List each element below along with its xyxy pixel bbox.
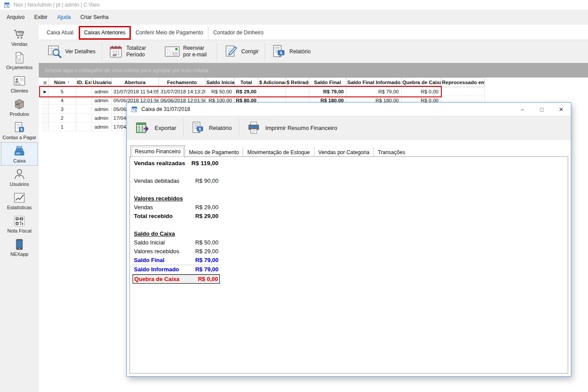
group-by-bar[interactable]: Arraste aqui o cabeçalho de uma coluna p… xyxy=(39,63,588,78)
sidebar-item-usuarios[interactable]: Usuários xyxy=(1,166,38,189)
product-box-icon xyxy=(13,98,26,111)
tab-resumo-financeiro[interactable]: Resumo Financeiro xyxy=(130,145,185,158)
sidebar-item-caixa[interactable]: Caixa xyxy=(1,142,38,166)
sidebar-item-contas-a-pagar[interactable]: $ Contas a Pagar xyxy=(1,119,38,142)
stats-chart-icon xyxy=(13,191,26,204)
svg-text:4F: 4F xyxy=(112,53,116,57)
col-saldo-final-informado[interactable]: Saldo Final Informado xyxy=(346,78,401,87)
edit-pencil-icon xyxy=(223,44,238,59)
sidebar-item-orcamentos[interactable]: Orçamentos xyxy=(1,49,38,72)
col-saldo-final[interactable]: Saldo Final xyxy=(309,78,346,87)
button-label: Reenviar por e-mail xyxy=(183,45,211,58)
report-dollar-icon: $ xyxy=(191,121,205,135)
sidebar-item-label: NEXapp xyxy=(11,251,29,257)
imprimir-resumo-financeiro-button[interactable]: Imprimir Resumo Financeiro xyxy=(240,118,343,138)
sidebar-item-nexapp[interactable]: NEXapp xyxy=(1,236,38,259)
menu-criar-senha[interactable]: Criar Senha xyxy=(75,12,113,22)
summary-row-vendas-realizadas: Vendas realizadas R$ 119,00 xyxy=(133,159,220,168)
current-row-icon: ▶ xyxy=(42,87,48,96)
col-abertura[interactable]: Abertura xyxy=(111,78,159,87)
report-dollar-icon: $ xyxy=(271,44,286,59)
close-icon[interactable]: ✕ xyxy=(551,103,571,116)
button-label: Corrigir xyxy=(241,48,259,55)
col-total[interactable]: Total xyxy=(234,78,258,87)
toolbar-separator xyxy=(265,43,265,60)
menu-ajuda[interactable]: Ajuda xyxy=(52,12,76,22)
summary-row-saldo-final: Saldo Final R$ 79,00 xyxy=(133,256,220,265)
grid-magnifier-icon xyxy=(47,44,62,59)
menu-arquivo[interactable]: Arquivo xyxy=(2,12,30,22)
col-quebra-de-caixa[interactable]: Quebra de Caixa xyxy=(401,78,441,87)
summary-row-valores-recebidos: Valores recebidos R$ 29,00 xyxy=(133,247,220,256)
sidebar-item-produtos[interactable]: Produtos xyxy=(1,96,38,119)
exportar-button[interactable]: Exportar xyxy=(130,118,182,137)
caixas-toolbar: Ver Detalhes 4F Totalizar Período Reenvi… xyxy=(39,40,588,63)
tab-caixas-anteriores[interactable]: Caixas Anteriores xyxy=(79,26,131,40)
caixa-tabstrip: Caixa Atual Caixas Anteriores Conferir M… xyxy=(42,26,268,40)
sidebar-item-label: Usuários xyxy=(10,181,29,187)
minimize-icon[interactable]: – xyxy=(513,103,532,116)
col-reprocessado-em[interactable]: Reprocessado em xyxy=(441,78,484,87)
col-id-extra[interactable]: ID. Extra xyxy=(76,78,92,87)
toolbar-separator xyxy=(217,43,217,60)
col-num[interactable]: Núm▼ xyxy=(48,78,76,87)
resumo-financeiro-panel: Vendas realizadas R$ 119,00 Vendas debit… xyxy=(129,156,568,374)
envelope-icon xyxy=(164,45,180,58)
printer-icon xyxy=(246,121,261,135)
sidebar-item-estatisticas[interactable]: Estatísticas xyxy=(1,189,38,212)
window-title: Nex | NexAdmin | pt | admin | C:\Nex xyxy=(14,2,100,8)
row-menu-header[interactable]: ≣ xyxy=(42,78,48,87)
smartphone-icon xyxy=(13,238,26,251)
col-adicionado[interactable]: $ Adicionado xyxy=(258,78,285,87)
cart-icon xyxy=(13,28,26,41)
button-label: Imprimir Resumo Financeiro xyxy=(265,125,337,131)
sidebar-item-label: Caixa xyxy=(13,158,26,163)
sort-desc-icon: ▼ xyxy=(67,81,70,84)
sidebar-item-nota-fiscal[interactable]: Nota Fiscal xyxy=(1,212,38,236)
window-titlebar: Nex | NexAdmin | pt | admin | C:\Nex xyxy=(0,0,588,10)
summary-row-total-recebido: Total recebido R$ 29,00 xyxy=(133,212,220,221)
summary-section-saldo-do-caixa: Saldo do Caixa xyxy=(133,229,220,238)
export-spreadsheet-icon xyxy=(136,121,151,134)
dialog-tabstrip: Resumo Financeiro Meios de Pagamento Mov… xyxy=(130,145,409,158)
tab-conferir-meio-de-pagamento[interactable]: Conferir Meio de Pagamento xyxy=(131,26,208,40)
toolbar-separator xyxy=(183,118,184,137)
svg-text:$: $ xyxy=(20,127,23,132)
contact-card-icon xyxy=(13,74,26,88)
reenviar-por-email-button[interactable]: Reenviar por e-mail xyxy=(159,42,216,61)
ver-detalhes-button[interactable]: Ver Detalhes xyxy=(42,41,101,62)
tab-contador-de-dinheiro[interactable]: Contador de Dinheiro xyxy=(208,26,268,40)
group-by-hint: Arraste aqui o cabeçalho de uma coluna p… xyxy=(44,67,208,74)
maximize-icon[interactable]: □ xyxy=(532,103,551,116)
col-retirado[interactable]: $ Retirado xyxy=(285,78,309,87)
col-usuario[interactable]: Usuário xyxy=(92,78,111,87)
summary-row-saldo-informado: Saldo Informado R$ 79,00 xyxy=(133,265,220,274)
dialog-window-controls: – □ ✕ xyxy=(513,103,571,116)
col-fechamento[interactable]: Fechamento xyxy=(159,78,205,87)
user-icon xyxy=(13,168,26,181)
dialog-toolbar: Exportar $ Relatório Imprimir Resumo Fin… xyxy=(127,116,571,140)
relatorio-button[interactable]: $ Relatório xyxy=(266,41,316,62)
dialog-title: Caixa de 31/07/2018 xyxy=(141,106,190,112)
sidebar-item-label: Clientes xyxy=(11,88,28,93)
tab-caixa-atual[interactable]: Caixa Atual xyxy=(42,26,79,40)
menu-exibir[interactable]: Exibir xyxy=(30,12,52,22)
col-saldo-inicial[interactable]: Saldo Inicial xyxy=(205,78,234,87)
sidebar-item-label: Vendas xyxy=(11,41,28,47)
sidebar-item-label: Contas a Pagar xyxy=(3,135,36,140)
sidebar-item-label: Produtos xyxy=(10,111,29,117)
corrigir-button[interactable]: Corrigir xyxy=(218,41,264,62)
summary-row-quebra-de-caixa: Quebra de Caixa R$ 0,00 xyxy=(133,274,220,284)
summary-section-valores-recebidos: Valores recebidos xyxy=(133,194,220,203)
toolbar-separator xyxy=(239,118,239,137)
sidebar-item-clientes[interactable]: Clientes xyxy=(1,72,38,96)
totalizar-periodo-button[interactable]: 4F Totalizar Período xyxy=(103,41,159,62)
button-label: Relatório xyxy=(209,125,232,131)
cash-register-icon xyxy=(13,144,26,158)
calendar-icon: 4F xyxy=(108,44,123,59)
table-row[interactable]: ▶ 5 admin31/07/2018 11:54:05 31/07/2018 … xyxy=(42,87,484,96)
sidebar-item-vendas[interactable]: Vendas xyxy=(1,26,38,49)
button-label: Relatório xyxy=(289,48,311,55)
dialog-relatorio-button[interactable]: $ Relatório xyxy=(185,118,237,138)
sidebar: Vendas Orçamentos Clientes Produtos $ Co… xyxy=(0,25,39,392)
